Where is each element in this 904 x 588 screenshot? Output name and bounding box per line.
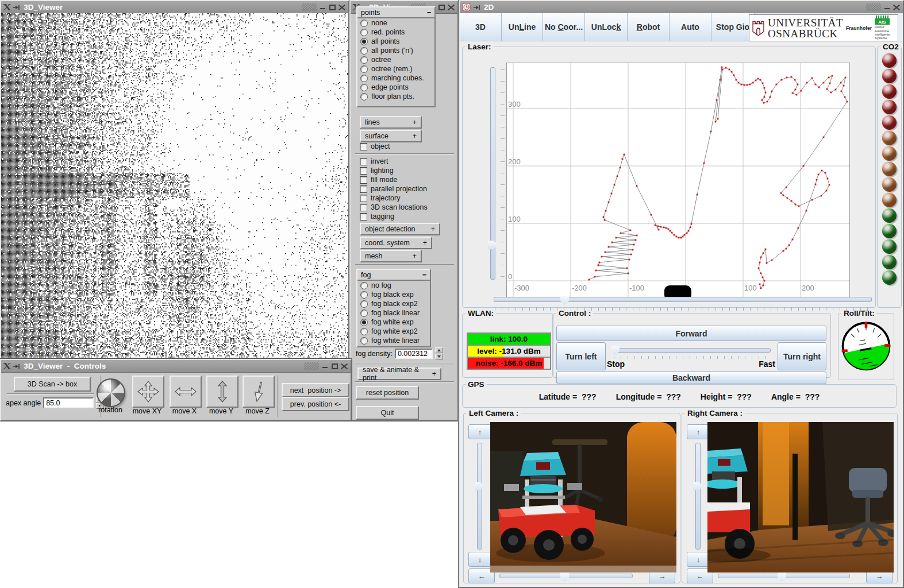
spin-up-icon[interactable]: [435, 347, 443, 353]
points-group-header[interactable]: points −: [357, 7, 434, 18]
coord-system-expander[interactable]: coord. system+: [360, 237, 432, 249]
checkbox-icon[interactable]: [360, 204, 367, 211]
toolbar-button-no-coor[interactable]: No Coor...: [543, 13, 585, 41]
next-position-button[interactable]: next position ->: [282, 383, 349, 397]
radio-option[interactable]: all points ('n'): [357, 46, 434, 55]
radio-option[interactable]: octree (rem.): [357, 64, 434, 74]
close-button[interactable]: [448, 4, 455, 11]
radio-option[interactable]: all points: [357, 37, 434, 46]
turn-left-button[interactable]: Turn left: [556, 342, 606, 370]
toolbar-button-unlock[interactable]: UnLock: [585, 13, 628, 41]
move-y-button[interactable]: [206, 376, 238, 408]
radio-icon-selected[interactable]: [360, 38, 368, 45]
collapse-icon[interactable]: −: [422, 271, 426, 279]
speed-slider[interactable]: [613, 348, 771, 353]
reset-position-button[interactable]: reset position: [356, 386, 419, 400]
laser-hslider-thumb[interactable]: [560, 296, 569, 305]
checkbox-invert[interactable]: invert: [357, 157, 428, 166]
checkbox-fill-mode[interactable]: fill mode: [357, 175, 428, 184]
fog-group-header[interactable]: fog −: [357, 270, 430, 281]
radio-option[interactable]: fog black linear: [357, 308, 430, 318]
quit-button[interactable]: Quit: [356, 406, 419, 420]
radio-option[interactable]: floor plan pts.: [357, 92, 434, 101]
camera-vertical-slider[interactable]: [695, 443, 701, 550]
radio-icon[interactable]: [360, 300, 368, 308]
checkbox-icon[interactable]: [360, 158, 367, 165]
checkbox-lighting[interactable]: lighting: [357, 166, 428, 175]
object-checkbox[interactable]: object: [357, 142, 390, 151]
camera-hslider-thumb[interactable]: [778, 572, 786, 582]
mesh-expander[interactable]: mesh+: [360, 250, 422, 262]
checkbox-trajectory[interactable]: trajectory: [357, 194, 428, 203]
turn-right-button[interactable]: Turn right: [778, 342, 826, 370]
radio-option[interactable]: fog black exp: [357, 290, 430, 299]
radio-icon[interactable]: [360, 29, 368, 36]
checkbox-icon[interactable]: [360, 195, 367, 202]
radio-icon[interactable]: [360, 291, 368, 299]
radio-option[interactable]: edge points: [357, 83, 434, 92]
camera-down-button[interactable]: ↓: [687, 552, 710, 567]
fog-density-input[interactable]: [395, 349, 433, 359]
radio-option[interactable]: fog white exp2: [357, 327, 430, 336]
radio-icon[interactable]: [360, 65, 368, 73]
fog-density-spinner[interactable]: [435, 347, 443, 359]
camera-up-button[interactable]: ↑: [687, 424, 710, 439]
toolbar-button-robot[interactable]: Robot: [628, 13, 670, 41]
checkbox-icon[interactable]: [360, 213, 367, 220]
radio-icon[interactable]: [360, 337, 368, 345]
checkbox-icon[interactable]: [360, 185, 367, 193]
close-button[interactable]: [893, 4, 901, 11]
checkbox-tagging[interactable]: tagging: [357, 212, 428, 221]
radio-option[interactable]: fog white exp: [357, 318, 430, 327]
pointcloud-viewport[interactable]: [1, 13, 348, 358]
radio-option[interactable]: fog white linear: [357, 336, 430, 345]
controls-titlebar[interactable]: X 3D_Viewer - Controls: [1, 360, 351, 373]
save-animate-print-button[interactable]: save & animate & print+: [357, 368, 441, 380]
viewer3d-titlebar[interactable]: X 3D_Viewer: [1, 1, 348, 14]
surface-expander[interactable]: surface+: [360, 130, 422, 142]
speed-slider-thumb[interactable]: [611, 346, 620, 355]
radio-option[interactable]: octree: [357, 55, 434, 64]
camera-hslider-thumb[interactable]: [560, 572, 569, 582]
laser-plot[interactable]: 0100200300-300-200-100100200: [506, 63, 850, 299]
checkbox-icon[interactable]: [360, 167, 367, 175]
checkbox-parallel-projection[interactable]: parallel projection: [357, 184, 428, 194]
radio-icon[interactable]: [360, 310, 368, 317]
move-z-button[interactable]: [243, 376, 275, 408]
toolbar-button-stop-gio[interactable]: Stop Gio: [711, 13, 755, 41]
camera-vslider-thumb[interactable]: [475, 482, 484, 490]
collapse-icon[interactable]: −: [427, 9, 431, 17]
close-button[interactable]: [338, 4, 346, 11]
radio-option[interactable]: none: [357, 18, 434, 28]
radio-icon[interactable]: [360, 84, 368, 91]
apex-angle-input[interactable]: [43, 397, 94, 408]
checkbox-3d-scan-locations[interactable]: 3D scan locations: [357, 203, 428, 212]
laser-vslider-thumb[interactable]: [488, 241, 498, 249]
laser-horizontal-slider[interactable]: [494, 297, 872, 302]
radio-icon-selected[interactable]: [360, 319, 368, 326]
radio-icon[interactable]: [360, 328, 368, 335]
radio-icon[interactable]: [360, 282, 368, 289]
checkbox-icon[interactable]: [360, 143, 367, 150]
radio-option[interactable]: marching cubes.: [357, 74, 434, 83]
move-x-button[interactable]: [170, 376, 202, 408]
camera-vertical-slider[interactable]: [477, 443, 482, 550]
maximize-button[interactable]: [329, 4, 336, 11]
radio-icon[interactable]: [360, 93, 368, 100]
move-xy-button[interactable]: [132, 376, 164, 408]
radio-icon[interactable]: [360, 56, 368, 64]
lines-expander[interactable]: lines+: [360, 116, 422, 129]
radio-option[interactable]: no fog: [357, 281, 430, 290]
camera-vslider-thumb[interactable]: [693, 482, 703, 490]
minimize-button[interactable]: [321, 363, 329, 370]
2d-titlebar[interactable]: 2D: [460, 1, 903, 14]
toolbar-button-unline[interactable]: UnLine: [502, 13, 543, 41]
minimize-button[interactable]: [883, 4, 891, 11]
object-detection-expander[interactable]: object detection+: [360, 223, 440, 235]
scan-to-box-button[interactable]: 3D Scan -> box: [14, 377, 91, 392]
checkbox-icon[interactable]: [360, 176, 367, 184]
close-button[interactable]: [341, 363, 348, 370]
camera-down-button[interactable]: ↓: [468, 552, 491, 567]
radio-icon[interactable]: [360, 20, 368, 27]
radio-icon[interactable]: [360, 75, 368, 82]
